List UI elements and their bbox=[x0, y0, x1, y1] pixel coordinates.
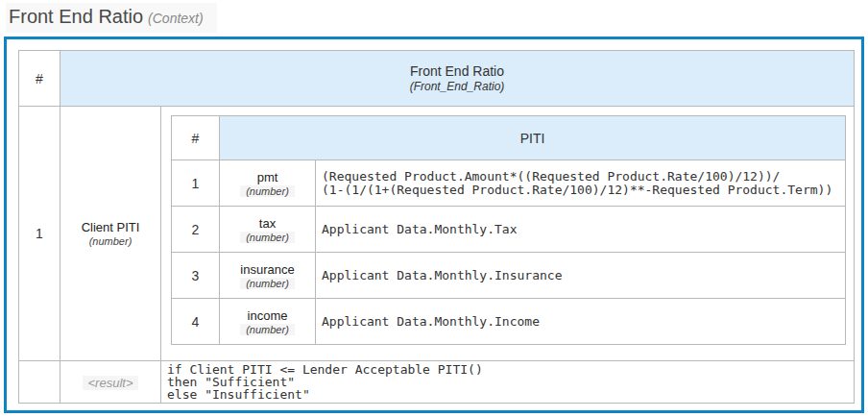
row-number-header-cell: # bbox=[19, 51, 60, 107]
entry-name-cell[interactable]: Client PITI (number) bbox=[60, 107, 161, 361]
nested-context-table: # PITI 1 pmt (number) (Requested Product… bbox=[171, 115, 846, 345]
context-header-row: # Front End Ratio (Front_End_Ratio) bbox=[19, 51, 855, 107]
nested-entry-row: 2 tax (number) Applicant Data.Monthly.Ta… bbox=[172, 207, 846, 253]
page-title: Front End Ratio(Context) bbox=[6, 3, 217, 33]
nested-entry-row: 4 income (number) Applicant Data.Monthly… bbox=[172, 299, 846, 345]
decision-name: Front End Ratio bbox=[9, 6, 143, 27]
nested-entry-name: insurance bbox=[221, 262, 314, 277]
nested-entry-name-cell[interactable]: pmt (number) bbox=[220, 160, 316, 207]
nested-row-number-header-cell: # bbox=[172, 116, 220, 160]
entry-expression-cell[interactable]: # PITI 1 pmt (number) (Requested Product… bbox=[161, 107, 855, 361]
nested-entry-number-cell[interactable]: 3 bbox=[172, 253, 220, 299]
nested-entry-name: pmt bbox=[221, 170, 314, 184]
nested-header-cell[interactable]: PITI bbox=[220, 116, 846, 160]
result-label: <result> bbox=[83, 376, 139, 390]
nested-entry-expression-cell[interactable]: Applicant Data.Monthly.Income bbox=[316, 299, 846, 345]
entry-number-cell[interactable]: 1 bbox=[19, 107, 60, 361]
nested-entry-row: 1 pmt (number) (Requested Product.Amount… bbox=[172, 160, 846, 207]
nested-entry-expression-cell[interactable]: (Requested Product.Amount*((Requested Pr… bbox=[316, 160, 846, 207]
context-result-row: <result> if Client PITI <= Lender Accept… bbox=[19, 361, 855, 404]
nested-entry-name: income bbox=[221, 308, 314, 323]
nested-header-name: PITI bbox=[221, 131, 844, 146]
nested-entry-name-cell[interactable]: income (number) bbox=[220, 299, 316, 345]
context-entry-row: 1 Client PITI (number) # PITI 1 bbox=[19, 107, 855, 361]
nested-entry-name-cell[interactable]: tax (number) bbox=[220, 207, 316, 253]
context-header-name: Front End Ratio bbox=[61, 63, 853, 79]
nested-entry-name-cell[interactable]: insurance (number) bbox=[220, 253, 316, 299]
nested-entry-expression-cell[interactable]: Applicant Data.Monthly.Insurance bbox=[316, 253, 846, 299]
nested-entry-type: (number) bbox=[240, 232, 295, 243]
context-expression-table: # Front End Ratio (Front_End_Ratio) 1 Cl… bbox=[18, 50, 855, 404]
nested-entry-number-cell[interactable]: 1 bbox=[172, 160, 220, 207]
nested-entry-type: (number) bbox=[240, 185, 295, 197]
nested-entry-type: (number) bbox=[240, 324, 295, 335]
nested-entry-expression-cell[interactable]: Applicant Data.Monthly.Tax bbox=[316, 207, 846, 253]
nested-entry-row: 3 insurance (number) Applicant Data.Mont… bbox=[172, 253, 846, 299]
context-header-type: (Front_End_Ratio) bbox=[61, 80, 853, 93]
entry-type: (number) bbox=[61, 235, 159, 247]
result-label-cell[interactable]: <result> bbox=[60, 361, 161, 404]
nested-entry-number-cell[interactable]: 4 bbox=[172, 299, 220, 345]
expression-type-label: (Context) bbox=[148, 11, 204, 26]
nested-entry-type: (number) bbox=[240, 278, 295, 289]
entry-name: Client PITI bbox=[61, 220, 159, 234]
nested-entry-name: tax bbox=[221, 216, 314, 231]
expression-editor-panel: # Front End Ratio (Front_End_Ratio) 1 Cl… bbox=[4, 37, 864, 413]
context-header-cell[interactable]: Front End Ratio (Front_End_Ratio) bbox=[60, 51, 855, 107]
nested-header-row: # PITI bbox=[172, 116, 846, 160]
nested-entry-number-cell[interactable]: 2 bbox=[172, 207, 220, 253]
result-expression-cell[interactable]: if Client PITI <= Lender Acceptable PITI… bbox=[161, 361, 855, 404]
result-number-cell bbox=[19, 361, 60, 404]
